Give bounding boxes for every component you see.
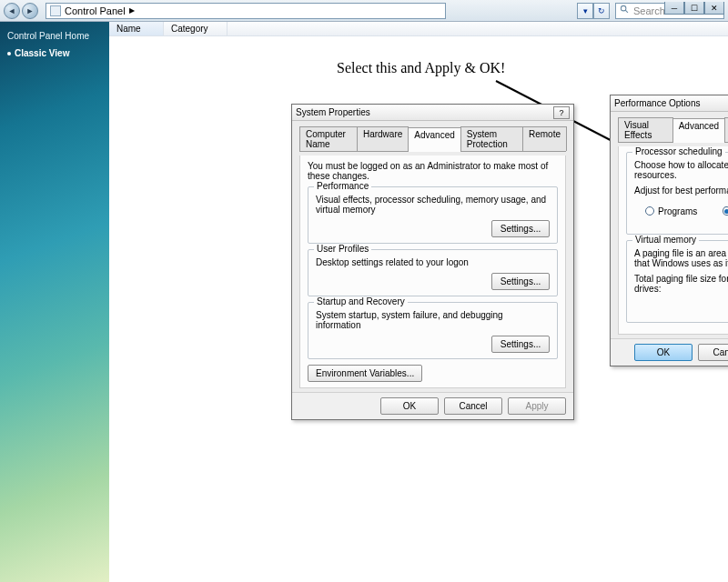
address-bar[interactable]: Control Panel ▶ [46, 3, 446, 19]
content-area: Name Category Select this and Apply & OK… [109, 22, 728, 582]
dialog-help-button[interactable]: ? [553, 106, 570, 119]
dialog-titlebar[interactable]: Performance Options ✕ [611, 95, 728, 112]
perfopts-tabs: Visual Effects Advanced Data Execution P… [618, 117, 728, 143]
sidebar-classic-view[interactable]: Classic View [7, 48, 102, 58]
vm-total-label: Total paging file size for all drives: [634, 274, 728, 294]
user-profiles-settings-button[interactable]: Settings... [491, 273, 550, 290]
startup-recovery-group: Startup and Recovery System startup, sys… [308, 302, 558, 359]
window-maximize[interactable]: ☐ [684, 2, 704, 15]
column-headers: Name Category [109, 22, 728, 36]
processor-scheduling-group: Processor scheduling Choose how to alloc… [626, 152, 728, 235]
tab-visual-effects[interactable]: Visual Effects [618, 117, 673, 142]
dialog-title: Performance Options [614, 98, 728, 108]
group-legend: Processor scheduling [632, 146, 725, 156]
user-profiles-desc: Desktop settings related to your logon [316, 257, 550, 267]
tab-advanced[interactable]: Advanced [408, 127, 460, 152]
tab-advanced[interactable]: Advanced [672, 118, 725, 143]
control-panel-icon [50, 5, 61, 16]
perfopts-footer: OK Cancel Apply [611, 338, 728, 366]
window-controls: ─ ☐ ✕ [664, 2, 724, 15]
tab-hardware[interactable]: Hardware [357, 126, 409, 151]
refresh-button[interactable]: ↻ [593, 3, 610, 19]
sysprops-footer: OK Cancel Apply [292, 392, 573, 419]
group-legend: Performance [314, 181, 371, 191]
breadcrumb-segment[interactable]: Control Panel [65, 5, 126, 16]
annotation-text: Select this and Apply & OK! [337, 60, 505, 76]
explorer-toolbar: ◄ ► Control Panel ▶ ▾ ↻ Search [0, 0, 728, 22]
performance-group: Performance Visual effects, processor sc… [308, 186, 558, 244]
nav-forward-button[interactable]: ► [22, 3, 38, 19]
group-legend: Startup and Recovery [314, 296, 408, 306]
perfopts-ok-button[interactable]: OK [634, 344, 693, 361]
control-panel-sidebar: Control Panel Home Classic View [0, 22, 109, 582]
column-category[interactable]: Category [164, 22, 228, 35]
performance-desc: Visual effects, processor scheduling, me… [316, 195, 550, 215]
dialog-titlebar[interactable]: System Properties ? [292, 105, 573, 121]
performance-settings-button[interactable]: Settings... [491, 220, 550, 237]
sidebar-home[interactable]: Control Panel Home [7, 31, 102, 41]
svg-point-0 [621, 5, 626, 11]
group-legend: Virtual memory [632, 235, 699, 245]
tab-computer-name[interactable]: Computer Name [299, 126, 358, 151]
perfopts-advanced-pane: Processor scheduling Choose how to alloc… [618, 146, 728, 335]
sysprops-cancel-button[interactable]: Cancel [444, 397, 502, 415]
adjust-label: Adjust for best performance of: [634, 186, 728, 196]
radio-label: Programs [658, 206, 697, 216]
search-placeholder: Search [633, 5, 665, 16]
tab-remote[interactable]: Remote [522, 126, 567, 151]
sysprops-ok-button[interactable]: OK [380, 397, 439, 415]
chevron-right-icon[interactable]: ▶ [129, 6, 135, 15]
startup-settings-button[interactable]: Settings... [491, 336, 550, 353]
window-close[interactable]: ✕ [704, 2, 724, 15]
address-dropdown[interactable]: ▾ [577, 3, 593, 19]
sidebar-item-label: Classic View [15, 48, 69, 58]
radio-programs[interactable]: Programs [645, 201, 697, 221]
svg-line-1 [625, 10, 628, 13]
bullet-icon [7, 52, 11, 55]
proc-sched-desc: Choose how to allocate processor resourc… [634, 160, 728, 180]
virtual-memory-group: Virtual memory A paging file is an area … [626, 240, 728, 323]
radio-bubble-icon [723, 206, 728, 216]
environment-variables-button[interactable]: Environment Variables... [308, 365, 422, 382]
tab-system-protection[interactable]: System Protection [460, 126, 523, 151]
startup-desc: System startup, system failure, and debu… [316, 310, 550, 330]
system-properties-dialog: System Properties ? Computer Name Hardwa… [291, 104, 574, 420]
window-minimize[interactable]: ─ [664, 2, 684, 15]
sysprops-apply-button[interactable]: Apply [508, 397, 566, 415]
column-name[interactable]: Name [109, 22, 164, 35]
radio-bubble-icon [645, 206, 654, 216]
user-profiles-group: User Profiles Desktop settings related t… [308, 249, 558, 296]
perfopts-cancel-button[interactable]: Cancel [698, 344, 728, 361]
dialog-title: System Properties [296, 107, 551, 117]
radio-background-services[interactable]: Background services [723, 201, 728, 221]
group-legend: User Profiles [314, 244, 371, 254]
admin-note: You must be logged on as an Administrato… [308, 161, 558, 181]
performance-options-dialog: Performance Options ✕ Visual Effects Adv… [610, 95, 728, 366]
nav-back-button[interactable]: ◄ [4, 3, 20, 19]
search-icon [620, 5, 630, 16]
sysprops-tabs: Computer Name Hardware Advanced System P… [299, 126, 566, 152]
vm-desc: A paging file is an area on the hard dis… [634, 248, 728, 268]
sysprops-advanced-pane: You must be logged on as an Administrato… [299, 156, 566, 388]
